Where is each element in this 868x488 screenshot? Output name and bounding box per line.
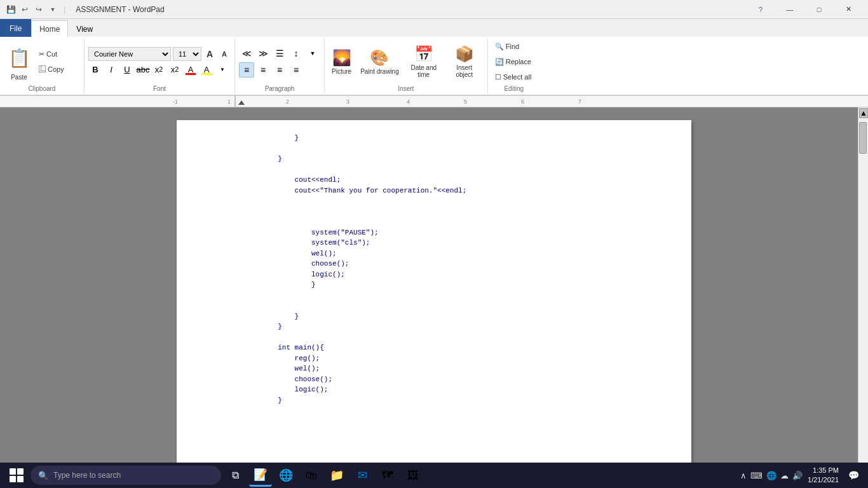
decrease-indent-button[interactable]: ≪ — [239, 46, 254, 61]
mail-icon[interactable]: ✉ — [351, 464, 374, 487]
find-label: Find — [506, 43, 519, 50]
explorer-icon[interactable]: 📁 — [325, 464, 348, 487]
find-button[interactable]: 🔍 Find — [492, 39, 536, 53]
document-page[interactable]: } } cout<<endl; cout<<"Thank you for coo… — [177, 120, 691, 471]
align-right-button[interactable]: ≡ — [272, 62, 287, 78]
justify-button[interactable]: ≡ — [288, 62, 304, 78]
speaker-icon[interactable]: 🔊 — [792, 471, 803, 480]
search-icon: 🔍 — [38, 471, 48, 480]
bullets-button[interactable]: ☰ — [272, 46, 287, 61]
dropdown-qa-icon[interactable]: ▼ — [47, 4, 58, 15]
ruler: -1 1 2 3 4 5 6 7 — [0, 96, 868, 107]
replace-button[interactable]: 🔄 Replace — [492, 55, 536, 69]
highlight-button[interactable]: A — [200, 62, 214, 76]
paint-label: Paint drawing — [360, 68, 399, 75]
close-button[interactable]: ✕ — [834, 0, 863, 19]
notification-button[interactable]: 💬 — [844, 466, 863, 485]
insert-object-button[interactable]: 📦 Insert object — [445, 43, 484, 81]
subscript-button[interactable]: x2 — [152, 62, 166, 76]
insert-group: 🌄 Picture 🎨 Paint drawing 📅 Date and tim… — [325, 38, 488, 93]
editing-content: 🔍 Find 🔄 Replace ☐ Select all — [492, 39, 536, 84]
increase-indent-button[interactable]: ≫ — [255, 46, 271, 61]
paste-button[interactable]: 📋 — [4, 43, 34, 74]
minimize-button[interactable]: — — [775, 0, 804, 19]
edge-icon[interactable]: 🌐 — [275, 464, 297, 487]
font-group: Courier New 11 A A B I U abc x2 — [85, 38, 235, 93]
font-shrink-button[interactable]: A — [218, 48, 231, 60]
paint-drawing-button[interactable]: 🎨 Paint drawing — [357, 43, 402, 81]
store-icon[interactable]: 🛍 — [300, 464, 323, 487]
italic-button[interactable]: I — [104, 62, 118, 76]
object-label: Insert object — [449, 64, 480, 78]
copy-label: Copy — [48, 65, 64, 73]
underline-button[interactable]: U — [120, 62, 134, 76]
search-placeholder: Type here to search — [53, 471, 121, 480]
align-center-button[interactable]: ≡ — [255, 62, 271, 78]
ribbon-content: 📋 Paste ✂ Cut ⿺ Copy Clipboard — [0, 37, 868, 95]
cloud-icon[interactable]: ☁ — [780, 471, 789, 480]
paste-icon: 📋 — [8, 48, 31, 69]
photos-icon[interactable]: 🖼 — [402, 464, 424, 487]
para-row-2: ≡ ≡ ≡ ≡ — [239, 62, 320, 78]
wordpad-taskbar-icon[interactable]: 📝 — [249, 464, 272, 487]
object-icon: 📦 — [455, 45, 474, 63]
font-grow-button[interactable]: A — [203, 48, 216, 60]
maximize-button[interactable]: □ — [804, 0, 834, 19]
help-button[interactable]: ? — [746, 0, 775, 19]
bullets-dropdown[interactable]: ▼ — [305, 46, 320, 61]
scroll-up-button[interactable]: ▲ — [859, 108, 868, 118]
superscript-button[interactable]: x2 — [168, 62, 182, 76]
line-spacing-button[interactable]: ↕ — [288, 46, 304, 61]
title-bar-left: 💾 ↩ ↪ ▼ | ASSIGNMENT - WordPad — [5, 4, 165, 15]
cut-icon: ✂ — [39, 50, 44, 58]
font-size-select[interactable]: 11 — [173, 47, 201, 61]
tab-view[interactable]: View — [68, 20, 101, 37]
taskbar: 🔍 Type here to search ⧉ 📝 🌐 🛍 📁 ✉ 🗺 🖼 ∧ … — [0, 463, 868, 488]
font-label: Font — [153, 85, 166, 92]
align-left-button[interactable]: ≡ — [239, 62, 254, 78]
picture-icon: 🌄 — [332, 49, 351, 67]
tab-home[interactable]: Home — [31, 20, 68, 37]
insert-content: 🌄 Picture 🎨 Paint drawing 📅 Date and tim… — [329, 39, 484, 84]
font-color-button[interactable]: A — [184, 62, 198, 76]
scrollbar[interactable]: ▲ ▼ — [858, 107, 868, 484]
save-qa-icon[interactable]: 💾 — [5, 4, 17, 15]
start-button[interactable] — [5, 464, 28, 487]
system-clock[interactable]: 1:35 PM 1/21/2021 — [808, 466, 839, 485]
clipboard-group: 📋 Paste ✂ Cut ⿺ Copy Clipboard — [0, 38, 85, 93]
copy-button[interactable]: ⿺ Copy — [36, 62, 80, 76]
strikethrough-button[interactable]: abc — [136, 62, 150, 76]
title-bar: 💾 ↩ ↪ ▼ | ASSIGNMENT - WordPad ? — □ ✕ — [0, 0, 868, 19]
ribbon-tabs: File Home View — [0, 19, 868, 37]
task-view-button[interactable]: ⧉ — [224, 464, 247, 487]
windows-logo-icon — [10, 468, 24, 482]
scroll-thumb[interactable] — [859, 122, 867, 154]
cut-button[interactable]: ✂ Cut — [36, 47, 80, 61]
taskbar-search[interactable]: 🔍 Type here to search — [31, 466, 221, 485]
date-time-button[interactable]: 📅 Date and time — [405, 43, 443, 81]
chevron-up-icon[interactable]: ∧ — [740, 471, 747, 480]
tab-file[interactable]: File — [0, 19, 31, 37]
para-controls: ≪ ≫ ☰ ↕ ▼ ≡ ≡ ≡ ≡ — [239, 46, 320, 78]
redo-qa-icon[interactable]: ↪ — [33, 4, 44, 15]
keyboard-icon[interactable]: ⌨ — [750, 471, 763, 480]
maps-icon[interactable]: 🗺 — [376, 464, 399, 487]
editing-label: Editing — [504, 85, 524, 92]
picture-button[interactable]: 🌄 Picture — [329, 43, 355, 81]
select-all-label: Select all — [503, 73, 532, 81]
font-family-select[interactable]: Courier New — [88, 47, 171, 61]
window-title: ASSIGNMENT - WordPad — [76, 5, 165, 14]
select-all-button[interactable]: ☐ Select all — [492, 70, 536, 84]
clock-time: 1:35 PM — [808, 466, 839, 475]
cut-copy-section: ✂ Cut ⿺ Copy — [36, 47, 80, 76]
document-content[interactable]: } } cout<<endl; cout<<"Thank you for coo… — [227, 133, 641, 405]
font-controls: Courier New 11 A A B I U abc x2 — [88, 47, 231, 76]
insert-label: Insert — [398, 85, 414, 92]
network-icon[interactable]: 🌐 — [766, 471, 776, 480]
bold-button[interactable]: B — [88, 62, 102, 76]
datetime-label: Date and time — [408, 64, 440, 78]
font-color-dropdown[interactable]: ▼ — [215, 62, 229, 76]
system-tray: ∧ ⌨ 🌐 ☁ 🔊 — [740, 471, 803, 480]
picture-label: Picture — [332, 68, 351, 75]
undo-qa-icon[interactable]: ↩ — [19, 4, 31, 15]
